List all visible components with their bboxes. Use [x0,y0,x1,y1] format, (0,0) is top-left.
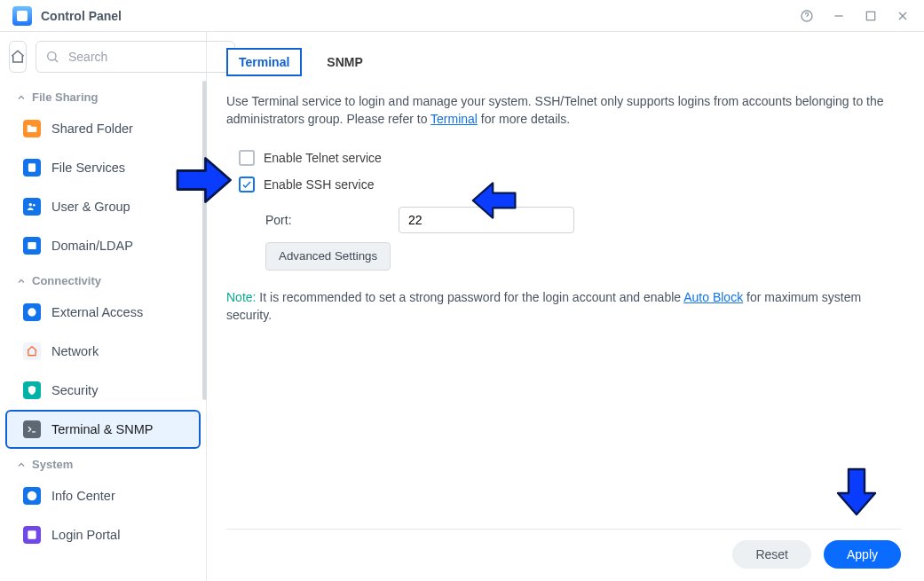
checkbox-label: Enable SSH service [264,177,375,192]
section-label: System [32,458,73,471]
sidebar-item-user-group[interactable]: User & Group [5,187,201,226]
section-connectivity[interactable]: Connectivity [0,265,206,293]
sidebar-item-label: Login Portal [51,528,120,542]
sidebar-item-label: Domain/LDAP [51,239,133,253]
network-icon [23,342,41,360]
note-part-a: It is recommended to set a strong passwo… [256,290,683,304]
footer-bar: Reset Apply [226,529,901,569]
sidebar-item-login-portal[interactable]: Login Portal [5,515,201,554]
checkbox-label: Enable Telnet service [264,151,382,165]
svg-rect-11 [28,242,36,249]
window-title: Control Panel [41,9,784,23]
sidebar-item-shared-folder[interactable]: Shared Folder [5,109,201,148]
sidebar-item-terminal-snmp[interactable]: Terminal & SNMP [5,410,201,449]
section-file-sharing[interactable]: File Sharing [0,82,206,109]
login-portal-icon [23,526,41,544]
sidebar-item-label: Network [51,344,99,358]
svg-point-6 [48,52,56,60]
domain-icon [23,237,41,255]
app-icon [12,6,32,26]
sidebar-item-label: Shared Folder [51,122,133,136]
info-icon [23,487,41,505]
intro-part-b: for more details. [478,112,570,126]
sidebar-item-security[interactable]: Security [5,371,201,410]
svg-rect-3 [866,12,874,20]
maximize-icon[interactable] [862,7,880,25]
shield-icon [23,381,41,399]
annotation-arrow-apply [830,455,883,526]
intro-text: Use Terminal service to login and manage… [226,92,901,129]
sidebar-item-label: File Services [51,161,125,175]
link-auto-block[interactable]: Auto Block [683,290,743,304]
close-icon[interactable] [894,7,912,25]
section-system[interactable]: System [0,449,206,476]
users-icon [23,198,41,216]
svg-rect-8 [28,163,36,171]
svg-point-1 [807,18,808,19]
sidebar-item-label: User & Group [51,200,130,214]
checkbox-enable-ssh[interactable] [239,177,255,192]
svg-marker-18 [838,469,875,514]
sidebar-item-info-center[interactable]: Info Center [5,476,201,515]
window-titlebar: Control Panel [0,0,924,32]
row-enable-ssh[interactable]: Enable SSH service [239,177,901,192]
search-input[interactable] [67,49,225,65]
port-label: Port: [265,213,383,227]
svg-point-12 [28,308,36,316]
folder-icon [23,120,41,137]
svg-point-10 [33,204,36,207]
section-label: File Sharing [32,90,98,104]
search-field[interactable] [36,41,235,73]
minimize-icon[interactable] [830,7,848,25]
terminal-icon [23,420,41,438]
note-label: Note: [226,290,256,304]
svg-rect-15 [28,530,36,538]
file-services-icon [23,159,41,177]
row-port: Port: [265,207,901,233]
svg-line-7 [55,59,58,62]
sidebar-item-file-services[interactable]: File Services [5,148,201,187]
section-label: Connectivity [32,274,101,287]
help-icon[interactable] [798,7,816,25]
note-text: Note: It is recommended to set a strong … [226,288,901,325]
tabs: Terminal SNMP [226,48,901,76]
reset-button[interactable]: Reset [732,540,811,569]
search-icon [45,50,59,64]
tab-terminal[interactable]: Terminal [226,48,302,76]
home-button[interactable] [9,41,27,73]
sidebar: File Sharing Shared Folder File Services… [0,32,207,581]
sidebar-item-label: Security [51,383,98,397]
globe-icon [23,303,41,321]
advanced-settings-button[interactable]: Advanced Settings [265,242,391,271]
sidebar-item-label: External Access [51,305,143,319]
apply-button[interactable]: Apply [824,540,901,569]
chevron-up-icon [16,276,27,287]
svg-point-14 [28,491,37,501]
row-enable-telnet[interactable]: Enable Telnet service [239,150,901,166]
link-terminal-help[interactable]: Terminal [430,112,478,126]
main-panel: Terminal SNMP Use Terminal service to lo… [207,32,924,581]
chevron-up-icon [16,92,27,103]
chevron-up-icon [16,459,27,470]
sidebar-item-label: Info Center [51,489,115,503]
sidebar-item-network[interactable]: Network [5,332,201,371]
tab-snmp[interactable]: SNMP [314,48,375,76]
sidebar-item-label: Terminal & SNMP [51,422,153,436]
port-input[interactable] [399,207,574,233]
svg-point-9 [29,203,33,207]
sidebar-item-domain-ldap[interactable]: Domain/LDAP [5,226,201,265]
checkbox-enable-telnet[interactable] [239,150,255,166]
sidebar-item-external-access[interactable]: External Access [5,293,201,332]
